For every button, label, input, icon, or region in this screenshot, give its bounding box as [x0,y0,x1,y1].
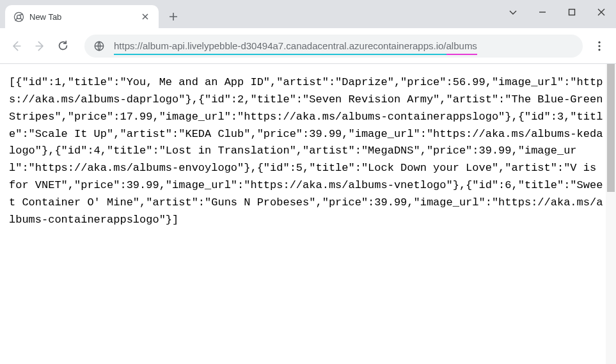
browser-tab[interactable]: New Tab [5,5,159,28]
chevron-down-icon[interactable] [498,0,528,24]
response-body[interactable]: [{"id":1,"title":"You, Me and an App ID"… [0,64,616,364]
forward-button[interactable] [28,35,51,58]
window-minimize-button[interactable] [528,0,557,24]
svg-point-4 [598,41,600,43]
reload-button[interactable] [51,35,74,58]
scrollbar-thumb[interactable] [607,64,615,192]
url-text: https://album-api.livelypebble-d30494a7.… [114,40,477,51]
window-close-button[interactable] [587,0,616,24]
url-domain-part: https://album-api.livelypebble-d30494a7.… [114,40,446,55]
svg-point-5 [598,45,600,47]
svg-point-6 [598,49,600,51]
svg-point-2 [17,15,20,19]
new-tab-button[interactable] [164,7,183,26]
toolbar: https://album-api.livelypebble-d30494a7.… [0,28,616,64]
viewport: [{"id":1,"title":"You, Me and an App ID"… [0,64,616,364]
back-button[interactable] [5,35,28,58]
scrollbar-track[interactable] [606,64,616,364]
window-maximize-button[interactable] [557,0,587,24]
chrome-logo-icon [13,11,24,22]
address-bar[interactable]: https://album-api.livelypebble-d30494a7.… [84,35,583,58]
url-path-part: albums [446,40,477,55]
svg-rect-0 [569,10,575,15]
window-controls [498,0,616,24]
tab-close-button[interactable] [139,11,151,22]
tab-title: New Tab [29,12,139,22]
globe-icon [93,40,105,52]
menu-button[interactable] [588,35,611,58]
